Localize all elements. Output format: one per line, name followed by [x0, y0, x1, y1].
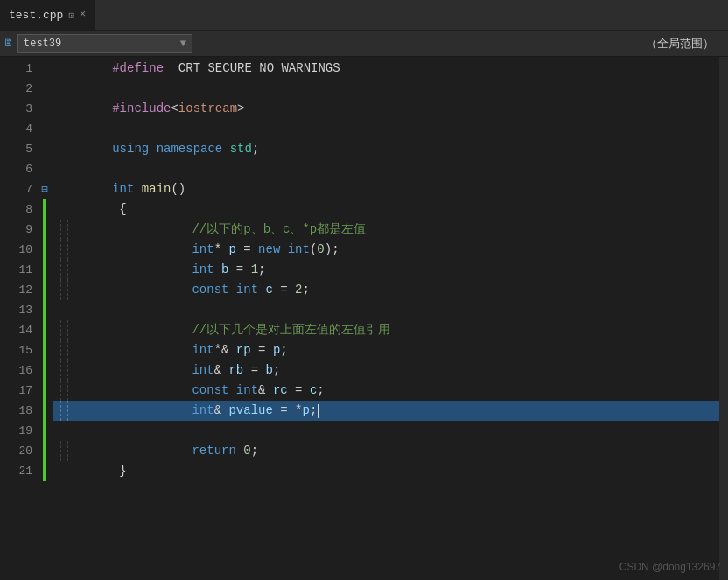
code-line-18: int& pvalue = *p;: [53, 401, 719, 421]
file-icon: 🗎: [4, 37, 14, 50]
fold-line-11: [43, 260, 50, 280]
code-content[interactable]: #define _CRT_SECURE_NO_WARNINGS #include…: [50, 57, 719, 580]
fold-line-4: [39, 119, 50, 139]
line-num-14: 14: [0, 320, 32, 340]
fold-line-18: [43, 401, 50, 421]
fold-line-13: [43, 300, 50, 320]
collapse-icon[interactable]: ⊟: [41, 183, 47, 196]
global-scope-label: （全局范围）: [646, 36, 724, 52]
define-keyword: #define: [53, 59, 164, 79]
code-line-7: int main(): [53, 179, 719, 199]
line-num-4: 4: [0, 119, 32, 139]
fold-line-10: [43, 240, 50, 260]
code-line-4: [53, 119, 719, 139]
pin-icon[interactable]: ⊡: [68, 10, 74, 21]
line-num-1: 1: [0, 59, 32, 79]
code-line-10: int* p = new int(0);: [53, 240, 719, 260]
fold-line-6: [39, 159, 50, 179]
toolbar: 🗎 test39 ▼ （全局范围）: [0, 31, 728, 57]
tab-bar: test.cpp ⊡ ×: [0, 0, 728, 31]
code-line-3: #include<iostream>: [53, 99, 719, 119]
dropdown-value: test39: [24, 38, 61, 50]
dropdown-arrow-icon: ▼: [180, 38, 186, 50]
code-line-17: const int& rc = c;: [53, 381, 719, 401]
code-line-6: [53, 159, 719, 179]
code-line-1: #define _CRT_SECURE_NO_WARNINGS: [53, 59, 719, 79]
fold-line-19: [43, 421, 50, 441]
line-num-3: 3: [0, 99, 32, 119]
fold-line-17: [43, 381, 50, 401]
fold-bar: ⊟: [39, 57, 50, 580]
tab-filename: test.cpp: [9, 9, 63, 22]
code-line-14: //以下几个是对上面左值的左值引用: [53, 320, 719, 340]
code-line-15: int*& rp = p;: [53, 340, 719, 360]
toolbar-left: 🗎 test39 ▼: [4, 34, 192, 53]
line-num-11: 11: [0, 260, 32, 280]
line-num-7: 7: [0, 179, 32, 199]
fold-line-16: [43, 360, 50, 381]
line-num-18: 18: [0, 401, 32, 421]
fold-line-5: [39, 139, 50, 159]
fold-line-21: [43, 461, 50, 481]
line-num-2: 2: [0, 79, 32, 99]
code-line-2: [53, 79, 719, 99]
fold-line-15: [43, 340, 50, 360]
line-num-20: 20: [0, 441, 32, 461]
code-line-9: //以下的p、b、c、*p都是左值: [53, 220, 719, 240]
line-num-9: 9: [0, 220, 32, 240]
fold-line-12: [43, 280, 50, 300]
code-line-11: int b = 1;: [53, 260, 719, 280]
line-num-13: 13: [0, 300, 32, 320]
line-num-15: 15: [0, 340, 32, 360]
fold-line-20: [43, 441, 50, 461]
close-icon[interactable]: ×: [80, 9, 86, 21]
code-line-12: const int c = 2;: [53, 280, 719, 300]
line-num-6: 6: [0, 159, 32, 179]
vertical-scrollbar[interactable]: [719, 57, 728, 580]
file-tab[interactable]: test.cpp ⊡ ×: [0, 0, 95, 31]
fold-line-9: [43, 220, 50, 240]
fold-line-7[interactable]: ⊟: [39, 179, 50, 199]
line-num-12: 12: [0, 280, 32, 300]
code-line-8: {: [53, 199, 719, 220]
fold-line-14: [43, 320, 50, 340]
code-line-13: [53, 300, 719, 320]
code-line-21: }: [53, 461, 719, 481]
code-line-19: [53, 421, 719, 441]
fold-line-8: [43, 199, 50, 220]
code-line-5: using namespace std;: [53, 139, 719, 159]
fold-line-2: [39, 79, 50, 99]
line-num-21: 21: [0, 461, 32, 481]
cursor: [318, 404, 319, 418]
code-line-16: int& rb = b;: [53, 360, 719, 381]
code-line-20: return 0;: [53, 441, 719, 461]
line-num-19: 19: [0, 421, 32, 441]
watermark: CSDN @dong132697: [620, 561, 721, 573]
fold-line-1: [39, 59, 50, 79]
line-num-17: 17: [0, 381, 32, 401]
line-numbers: 1 2 3 4 5 6 7 8 9 10 11 12 13 14 15 16 1…: [0, 57, 39, 580]
scope-dropdown[interactable]: test39 ▼: [18, 34, 192, 53]
line-num-10: 10: [0, 240, 32, 260]
line-num-16: 16: [0, 360, 32, 381]
fold-line-3: [39, 99, 50, 119]
line-num-8: 8: [0, 199, 32, 220]
line-num-5: 5: [0, 139, 32, 159]
code-area: 1 2 3 4 5 6 7 8 9 10 11 12 13 14 15 16 1…: [0, 57, 728, 580]
